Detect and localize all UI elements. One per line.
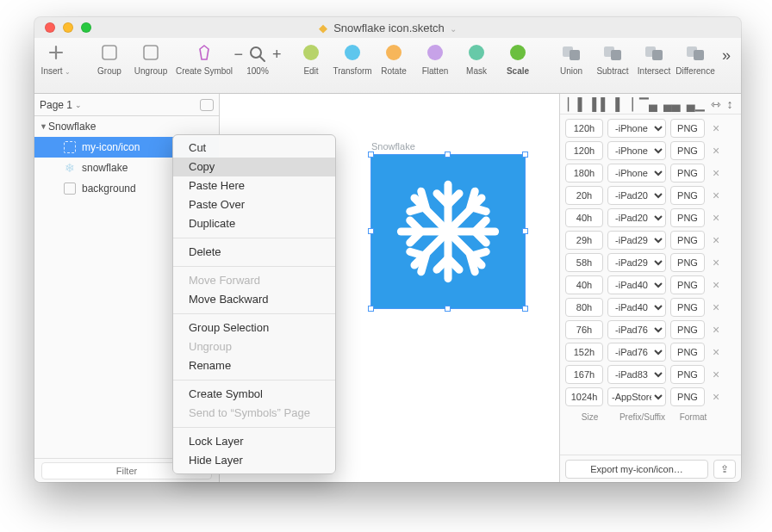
- resize-handle[interactable]: [368, 152, 374, 158]
- export-format-select[interactable]: PNG: [670, 275, 705, 294]
- align-right-icon[interactable]: ▌▕: [615, 97, 633, 111]
- resize-handle[interactable]: [445, 306, 451, 312]
- export-size-input[interactable]: [565, 343, 603, 362]
- tool-ungroup[interactable]: Ungroup: [136, 41, 165, 76]
- export-prefix-select[interactable]: -iPad40: [607, 275, 666, 294]
- distribute-v-icon[interactable]: ↕: [727, 97, 733, 111]
- page-selector[interactable]: Page 1⌄: [34, 94, 219, 116]
- selection-bounds[interactable]: [370, 154, 526, 309]
- export-size-input[interactable]: [565, 119, 603, 138]
- tool-insert[interactable]: Insert ⌄: [41, 41, 71, 76]
- resize-handle[interactable]: [368, 228, 374, 234]
- tool-intersect[interactable]: Intersect: [639, 41, 669, 76]
- selected-layer-art[interactable]: [371, 155, 525, 308]
- menu-item-create-symbol[interactable]: Create Symbol: [173, 385, 335, 404]
- resize-handle[interactable]: [522, 306, 528, 312]
- menu-item-copy[interactable]: Copy: [173, 158, 335, 176]
- menu-item-cut[interactable]: Cut: [173, 139, 335, 158]
- export-format-select[interactable]: PNG: [670, 186, 705, 205]
- export-size-input[interactable]: [565, 320, 603, 339]
- export-size-input[interactable]: [565, 208, 603, 227]
- export-size-input[interactable]: [565, 298, 603, 317]
- export-format-select[interactable]: PNG: [670, 119, 705, 138]
- tool-edit[interactable]: Edit: [296, 41, 326, 76]
- align-bottom-icon[interactable]: ▄▁: [687, 97, 705, 111]
- remove-export-button[interactable]: ×: [709, 233, 723, 247]
- export-format-select[interactable]: PNG: [670, 253, 705, 272]
- menu-item-group-selection[interactable]: Group Selection: [173, 319, 335, 337]
- export-size-input[interactable]: [565, 231, 603, 250]
- menu-item-delete[interactable]: Delete: [173, 243, 335, 262]
- menu-item-paste-over[interactable]: Paste Over: [173, 195, 335, 214]
- distribute-h-icon[interactable]: ⇿: [711, 97, 721, 111]
- export-prefix-select[interactable]: -AppStore: [607, 387, 666, 406]
- export-prefix-select[interactable]: -iPad83: [607, 365, 666, 384]
- tool-flatten[interactable]: Flatten: [420, 41, 450, 76]
- disclosure-triangle-icon[interactable]: ▼: [40, 122, 48, 131]
- share-icon[interactable]: ⇪: [713, 460, 736, 479]
- tool-group[interactable]: Group: [95, 41, 124, 76]
- export-size-input[interactable]: [565, 253, 603, 272]
- export-size-input[interactable]: [565, 141, 603, 160]
- tool-create-symbol[interactable]: Create Symbol: [190, 41, 219, 76]
- remove-export-button[interactable]: ×: [709, 368, 723, 381]
- export-prefix-select[interactable]: -iPad29: [607, 253, 666, 272]
- resize-handle[interactable]: [445, 152, 451, 158]
- export-format-select[interactable]: PNG: [670, 365, 705, 384]
- title-dropdown-icon[interactable]: ⌄: [450, 24, 457, 34]
- zoom-in-button[interactable]: +: [272, 46, 282, 64]
- remove-export-button[interactable]: ×: [709, 323, 723, 337]
- tool-rotate[interactable]: Rotate: [379, 41, 408, 76]
- export-format-select[interactable]: PNG: [670, 164, 705, 182]
- resize-handle[interactable]: [522, 152, 528, 158]
- menu-item-lock-layer[interactable]: Lock Layer: [173, 432, 335, 451]
- export-prefix-select[interactable]: -iPhone: [607, 119, 666, 138]
- export-size-input[interactable]: [565, 275, 603, 294]
- toolbar-overflow-button[interactable]: »: [722, 41, 734, 65]
- export-prefix-select[interactable]: -iPad20: [607, 186, 666, 205]
- export-size-input[interactable]: [565, 164, 603, 182]
- remove-export-button[interactable]: ×: [709, 211, 723, 225]
- export-prefix-select[interactable]: -iPad76: [607, 320, 666, 339]
- zoom-out-button[interactable]: −: [233, 46, 243, 64]
- export-format-select[interactable]: PNG: [670, 298, 705, 317]
- export-format-select[interactable]: PNG: [670, 141, 705, 160]
- align-vcenter-icon[interactable]: ▄▄: [663, 97, 681, 111]
- remove-export-button[interactable]: ×: [709, 121, 723, 135]
- export-prefix-select[interactable]: -iPad40: [607, 298, 666, 317]
- minimize-window-button[interactable]: [63, 22, 73, 33]
- align-top-icon[interactable]: ▔▄: [639, 97, 657, 111]
- remove-export-button[interactable]: ×: [709, 189, 723, 202]
- remove-export-button[interactable]: ×: [709, 256, 723, 269]
- export-size-input[interactable]: [565, 186, 603, 205]
- zoom-control[interactable]: −+100%: [243, 41, 272, 76]
- tool-difference[interactable]: Difference: [681, 41, 710, 76]
- remove-export-button[interactable]: ×: [709, 300, 723, 314]
- align-hcenter-icon[interactable]: ▌▌: [592, 97, 609, 111]
- menu-item-move-backward[interactable]: Move Backward: [173, 290, 335, 309]
- remove-export-button[interactable]: ×: [709, 278, 723, 292]
- menu-item-paste-here[interactable]: Paste Here: [173, 176, 335, 195]
- zoom-window-button[interactable]: [81, 22, 91, 33]
- menu-item-rename[interactable]: Rename: [173, 356, 335, 375]
- export-format-select[interactable]: PNG: [670, 387, 705, 406]
- resize-handle[interactable]: [368, 306, 374, 312]
- export-format-select[interactable]: PNG: [670, 231, 705, 250]
- tool-subtract[interactable]: Subtract: [598, 41, 627, 76]
- export-prefix-select[interactable]: -iPad76: [607, 343, 666, 362]
- export-prefix-select[interactable]: -iPad29: [607, 231, 666, 250]
- export-format-select[interactable]: PNG: [670, 320, 705, 339]
- export-size-input[interactable]: [565, 387, 603, 406]
- export-size-input[interactable]: [565, 365, 603, 384]
- export-format-select[interactable]: PNG: [670, 343, 705, 362]
- page-thumb-icon[interactable]: [200, 99, 214, 111]
- close-window-button[interactable]: [45, 22, 55, 33]
- tool-union[interactable]: Union: [557, 41, 586, 76]
- export-button[interactable]: Export my-icon/icon…: [565, 460, 708, 479]
- remove-export-button[interactable]: ×: [709, 144, 723, 158]
- menu-item-duplicate[interactable]: Duplicate: [173, 214, 335, 233]
- tool-mask[interactable]: Mask: [462, 41, 491, 76]
- export-format-select[interactable]: PNG: [670, 208, 705, 227]
- menu-item-hide-layer[interactable]: Hide Layer: [173, 451, 335, 470]
- artboard-label[interactable]: Snowflake: [371, 141, 415, 152]
